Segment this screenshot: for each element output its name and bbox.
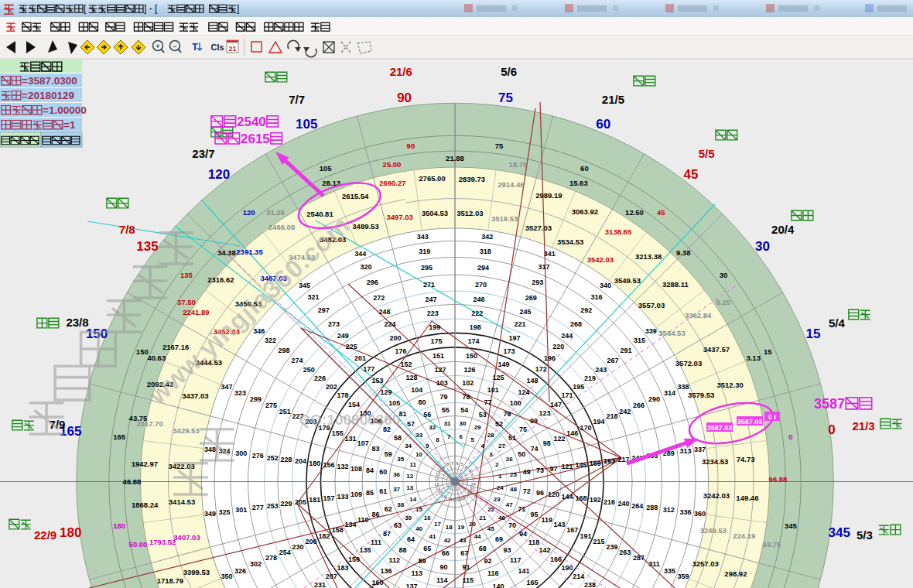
svg-text:121: 121 bbox=[561, 463, 573, 470]
svg-text:207: 207 bbox=[326, 573, 337, 580]
svg-text:11: 11 bbox=[436, 472, 440, 477]
svg-text:3: 3 bbox=[489, 451, 493, 458]
svg-text:5/6: 5/6 bbox=[501, 65, 517, 78]
svg-text:51: 51 bbox=[508, 434, 516, 442]
svg-text:0: 0 bbox=[788, 432, 792, 441]
svg-text:6.25: 6.25 bbox=[716, 298, 731, 306]
svg-text:99: 99 bbox=[530, 417, 538, 425]
svg-text:55: 55 bbox=[442, 406, 450, 414]
svg-text:3564.53: 3564.53 bbox=[658, 329, 685, 337]
svg-text:311: 311 bbox=[648, 560, 660, 568]
svg-text:108: 108 bbox=[350, 465, 362, 473]
svg-text:87: 87 bbox=[383, 530, 391, 538]
svg-text:75: 75 bbox=[498, 91, 513, 105]
svg-text:31.25: 31.25 bbox=[266, 208, 285, 217]
svg-text:157: 157 bbox=[323, 494, 335, 502]
svg-text:3512.30: 3512.30 bbox=[716, 381, 743, 389]
svg-text:165: 165 bbox=[526, 579, 538, 586]
svg-text:238: 238 bbox=[584, 581, 596, 588]
svg-text:293: 293 bbox=[532, 279, 543, 286]
svg-text:46.88: 46.88 bbox=[123, 477, 142, 486]
svg-text:150: 150 bbox=[136, 347, 149, 356]
svg-text:9.38: 9.38 bbox=[676, 248, 691, 257]
svg-text:133: 133 bbox=[337, 493, 349, 501]
svg-text:160: 160 bbox=[371, 579, 383, 586]
svg-text:16: 16 bbox=[424, 514, 431, 521]
svg-text:296: 296 bbox=[367, 279, 378, 286]
svg-text:41: 41 bbox=[429, 533, 436, 540]
svg-text:2: 2 bbox=[495, 461, 499, 468]
svg-text:12.50: 12.50 bbox=[625, 208, 644, 217]
svg-text:344: 344 bbox=[354, 250, 366, 258]
svg-text:23: 23 bbox=[470, 487, 474, 491]
svg-text:110: 110 bbox=[357, 516, 369, 524]
svg-text:298: 298 bbox=[278, 347, 289, 354]
svg-text:30: 30 bbox=[459, 420, 466, 427]
svg-text:=3587.0300: =3587.0300 bbox=[22, 75, 77, 87]
svg-text:21/6: 21/6 bbox=[390, 65, 412, 78]
svg-text:90: 90 bbox=[407, 142, 415, 150]
svg-text:122: 122 bbox=[553, 435, 565, 443]
svg-text:19: 19 bbox=[457, 524, 464, 531]
svg-text:347: 347 bbox=[221, 383, 232, 391]
svg-text:249: 249 bbox=[337, 332, 349, 340]
svg-text:149.46: 149.46 bbox=[736, 494, 758, 502]
svg-text:=20180129: =20180129 bbox=[22, 90, 74, 101]
svg-text:178: 178 bbox=[337, 391, 348, 399]
svg-text:175: 175 bbox=[431, 337, 443, 345]
svg-text:73: 73 bbox=[536, 467, 544, 474]
svg-text:3138.65: 3138.65 bbox=[605, 227, 632, 236]
svg-text:134: 134 bbox=[344, 521, 356, 528]
svg-text:2615: 2615 bbox=[241, 132, 270, 146]
svg-text:20: 20 bbox=[469, 521, 476, 528]
svg-text:28: 28 bbox=[487, 432, 494, 439]
svg-text:3542.03: 3542.03 bbox=[587, 255, 614, 264]
svg-text:22: 22 bbox=[467, 491, 472, 495]
svg-text:228: 228 bbox=[280, 456, 292, 463]
svg-text:85: 85 bbox=[366, 489, 374, 497]
svg-text:2: 2 bbox=[471, 472, 474, 477]
svg-text:313: 313 bbox=[679, 447, 691, 455]
svg-text:206: 206 bbox=[305, 538, 316, 545]
svg-text:50.00: 50.00 bbox=[129, 540, 148, 549]
svg-text:37.50: 37.50 bbox=[177, 298, 196, 306]
svg-text:250: 250 bbox=[303, 366, 315, 374]
svg-text:272: 272 bbox=[373, 294, 385, 302]
svg-text:5: 5 bbox=[461, 462, 463, 467]
svg-text:1793.52: 1793.52 bbox=[149, 538, 176, 546]
svg-text:13: 13 bbox=[434, 482, 439, 487]
svg-text:34.38: 34.38 bbox=[217, 248, 236, 257]
svg-text:105: 105 bbox=[388, 399, 400, 407]
svg-text:219: 219 bbox=[584, 374, 596, 382]
svg-text:115: 115 bbox=[463, 576, 474, 584]
svg-text:268: 268 bbox=[570, 320, 582, 328]
svg-text:36: 36 bbox=[393, 471, 400, 478]
svg-text:93: 93 bbox=[503, 546, 511, 554]
svg-text:44: 44 bbox=[474, 533, 481, 540]
svg-text:318: 318 bbox=[480, 248, 491, 255]
svg-text:7/8: 7/8 bbox=[119, 223, 135, 236]
svg-text:277: 277 bbox=[252, 504, 264, 511]
svg-text:9: 9 bbox=[426, 443, 429, 450]
svg-text:266: 266 bbox=[633, 402, 645, 409]
svg-text:297: 297 bbox=[318, 306, 330, 314]
svg-text:0: 0 bbox=[828, 422, 835, 437]
svg-text:2615.54: 2615.54 bbox=[342, 192, 369, 200]
svg-text:3512.03: 3512.03 bbox=[456, 209, 483, 217]
svg-text:21.88: 21.88 bbox=[446, 154, 464, 162]
svg-text:243: 243 bbox=[595, 366, 607, 374]
svg-text:275: 275 bbox=[265, 402, 277, 409]
svg-text:14: 14 bbox=[409, 496, 416, 503]
svg-text:222: 222 bbox=[471, 309, 483, 317]
svg-text:125: 125 bbox=[492, 374, 504, 381]
svg-text:26: 26 bbox=[506, 456, 513, 463]
svg-text:323: 323 bbox=[234, 389, 246, 397]
svg-text:40: 40 bbox=[415, 525, 422, 532]
svg-text:177: 177 bbox=[363, 365, 374, 373]
svg-text:151: 151 bbox=[433, 352, 444, 360]
svg-text:89: 89 bbox=[418, 557, 426, 565]
svg-text:337: 337 bbox=[694, 446, 706, 453]
svg-text:294: 294 bbox=[477, 264, 489, 272]
svg-text:7/7: 7/7 bbox=[289, 93, 305, 106]
svg-text:49: 49 bbox=[523, 468, 531, 476]
